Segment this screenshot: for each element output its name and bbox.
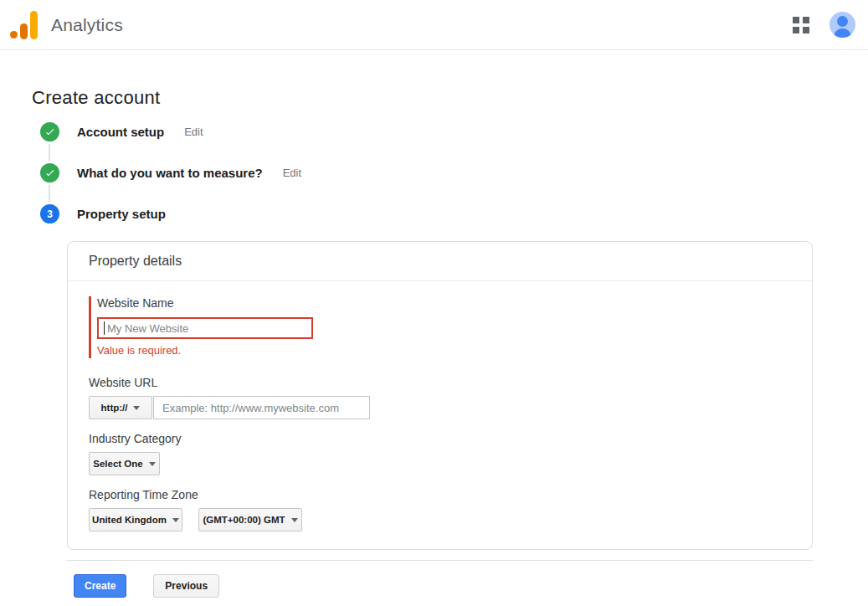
chevron-down-icon xyxy=(133,406,140,410)
previous-button[interactable]: Previous xyxy=(153,574,219,598)
text-caret xyxy=(104,321,105,335)
protocol-dropdown-value: http:// xyxy=(101,403,128,413)
app-header: Analytics xyxy=(0,0,868,50)
industry-category-group: Industry Category Select One xyxy=(89,432,791,475)
protocol-dropdown[interactable]: http:// xyxy=(89,396,152,419)
chevron-down-icon xyxy=(149,462,156,466)
step-connector xyxy=(49,185,50,202)
step-label: Account setup xyxy=(77,125,164,139)
checkmark-icon xyxy=(44,167,55,178)
timezone-dropdown-value: (GMT+00:00) GMT xyxy=(203,515,285,525)
industry-category-row: Select One xyxy=(89,452,791,475)
step-complete-icon xyxy=(40,163,59,182)
user-avatar[interactable] xyxy=(829,12,855,38)
logo-tall-bar xyxy=(30,11,38,39)
step-label: Property setup xyxy=(77,207,166,221)
avatar-body xyxy=(834,28,851,38)
country-dropdown[interactable]: United Kingdom xyxy=(89,508,182,532)
grid-square xyxy=(793,17,799,23)
step-number-icon: 3 xyxy=(40,204,59,223)
grid-square xyxy=(803,27,809,33)
website-url-input[interactable] xyxy=(153,396,370,419)
analytics-logo-icon xyxy=(10,11,39,39)
card-title: Property details xyxy=(68,242,812,281)
create-button[interactable]: Create xyxy=(74,574,126,598)
page-title: Create account xyxy=(32,87,868,109)
industry-category-label: Industry Category xyxy=(89,432,791,446)
app-title: Analytics xyxy=(51,15,123,35)
industry-category-dropdown[interactable]: Select One xyxy=(89,452,160,475)
avatar-head xyxy=(837,16,848,27)
timezone-dropdown[interactable]: (GMT+00:00) GMT xyxy=(198,508,302,532)
edit-account-setup-link[interactable]: Edit xyxy=(184,126,203,138)
website-name-group: Website Name Value is required. xyxy=(89,296,791,358)
step-property-setup: 3 Property setup xyxy=(40,204,868,223)
step-measure: What do you want to measure? Edit xyxy=(40,163,868,182)
industry-category-value: Select One xyxy=(93,459,142,469)
header-actions xyxy=(793,12,855,38)
country-dropdown-value: United Kingdom xyxy=(92,515,167,525)
edit-measure-link[interactable]: Edit xyxy=(283,167,301,179)
property-details-card: Property details Website Name Value is r… xyxy=(67,241,813,550)
website-url-row: http:// xyxy=(89,396,791,419)
website-name-input-wrap xyxy=(97,317,313,339)
reporting-time-zone-label: Reporting Time Zone xyxy=(89,488,791,502)
step-label: What do you want to measure? xyxy=(77,166,263,180)
footer-divider xyxy=(67,560,813,561)
step-connector xyxy=(49,144,50,161)
step-complete-icon xyxy=(40,122,59,141)
grid-square xyxy=(793,27,799,33)
reporting-time-zone-row: United Kingdom (GMT+00:00) GMT xyxy=(89,508,791,532)
grid-square xyxy=(803,17,809,23)
website-name-label: Website Name xyxy=(97,296,791,311)
chevron-down-icon xyxy=(172,518,179,522)
logo-short-bar xyxy=(20,23,28,39)
chevron-down-icon xyxy=(291,518,298,522)
validation-error-text: Value is required. xyxy=(97,344,791,357)
logo-dot xyxy=(10,31,18,39)
website-name-input[interactable] xyxy=(97,317,313,339)
checkmark-icon xyxy=(44,126,55,137)
footer-actions: Create Previous xyxy=(74,574,868,598)
website-url-group: Website URL http:// xyxy=(89,376,791,419)
website-url-label: Website URL xyxy=(89,376,791,390)
step-account-setup: Account setup Edit xyxy=(40,122,868,141)
apps-grid-icon[interactable] xyxy=(793,17,809,33)
reporting-time-zone-group: Reporting Time Zone United Kingdom (GMT+… xyxy=(89,488,791,532)
property-details-form: Website Name Value is required. Website … xyxy=(68,281,812,549)
setup-stepper: Account setup Edit What do you want to m… xyxy=(40,122,868,223)
